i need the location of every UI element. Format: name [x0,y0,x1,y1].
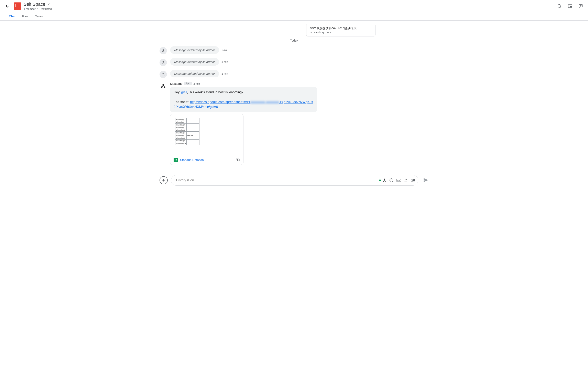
space-avatar [14,2,21,10]
avatar[interactable] [159,59,167,66]
add-button[interactable] [159,176,168,184]
tab-chat[interactable]: Chat [9,12,15,20]
webhook-avatar[interactable] [159,83,167,90]
format-icon [382,178,387,182]
person-icon [161,61,165,65]
space-info: Self Space 1 member • Restricted [24,2,553,10]
link-preview-title: SSO单点登录和OAuth2.0区别很大 [310,26,372,30]
search-icon [557,4,562,8]
emoji-icon [389,178,393,182]
deleted-message: Message deleted by its author [170,70,219,77]
copy-button[interactable] [236,157,240,162]
attachment-name[interactable]: Standup Rotation [180,158,234,162]
gif-icon: GIF [396,179,401,182]
svg-point-0 [558,4,561,7]
avatar[interactable] [159,71,167,78]
svg-rect-11 [238,159,239,161]
messages-area: SSO单点登录和OAuth2.0区别很大 mp.weixin.qq.com To… [151,21,437,172]
video-icon [411,178,415,182]
message-time: 2 min [221,72,228,75]
svg-rect-2 [570,6,571,7]
chat-button[interactable] [577,2,585,10]
separator: • [37,7,38,10]
send-icon [423,177,429,183]
attachment-card[interactable]: xiaoming1xiaoming2xiaoming3xiaoming4xiao… [170,114,243,165]
date-divider: Today [159,39,429,42]
svg-point-6 [163,61,164,62]
svg-point-7 [163,73,164,74]
mention-all[interactable]: @all [180,91,187,94]
video-button[interactable] [411,178,415,182]
pip-icon [568,4,572,8]
message-time: 2 min [193,82,200,85]
arrow-left-icon [5,4,10,9]
webhook-icon [160,83,166,89]
space-title[interactable]: Self Space [24,2,45,7]
app-message-row: Message App 2 min Hey @all,This week's s… [159,82,429,165]
sender-name[interactable]: Message [170,82,183,85]
svg-point-10 [163,84,164,85]
plus-icon [162,178,166,182]
person-icon [161,72,165,76]
chat-icon [578,4,583,8]
svg-point-9 [164,87,165,88]
app-badge: App [184,82,192,85]
avatar[interactable] [159,47,167,54]
message-time: 3 min [221,60,228,63]
message-row: Message deleted by its author 2 min [159,70,429,78]
tab-files[interactable]: Files [22,12,29,20]
header: Self Space 1 member • Restricted [0,0,588,12]
message-text: Hey [174,91,180,94]
history-indicator [379,179,381,181]
svg-point-15 [392,180,392,180]
copy-icon [236,157,240,162]
search-button[interactable] [556,2,564,10]
sheets-icon [174,158,178,162]
gif-button[interactable]: GIF [396,179,401,182]
emoji-button[interactable] [389,178,393,182]
message-bubble[interactable]: Hey @all,This week's standup host is xia… [170,87,317,112]
sheet-link[interactable]: https://docs.google.com/spreadsheets/d/1… [174,100,313,109]
deleted-message: Message deleted by its author [170,58,219,66]
link-preview-domain: mp.weixin.qq.com [310,31,372,34]
send-button[interactable] [423,177,429,183]
attachment-preview: xiaoming1xiaoming2xiaoming3xiaoming4xiao… [170,114,243,155]
message-row: Message deleted by its author 3 min [159,58,429,66]
svg-point-13 [390,179,393,182]
link-preview-card[interactable]: SSO单点登录和OAuth2.0区别很大 mp.weixin.qq.com [306,24,376,36]
picture-in-picture-button[interactable] [566,2,574,10]
upload-icon [404,178,408,182]
chevron-down-icon[interactable] [47,2,51,7]
tab-tasks[interactable]: Tasks [35,12,42,20]
message-row: Message deleted by its author Now [159,46,429,54]
svg-point-14 [391,180,391,180]
visibility-label[interactable]: Restricted [40,7,52,10]
composer-area: GIF [151,172,437,190]
sheet-label: The sheet: [174,100,190,104]
message-composer: GIF [171,175,418,186]
svg-point-5 [163,50,164,51]
person-icon [161,49,165,53]
preview-table: xiaoming1xiaoming2xiaoming3xiaoming4xiao… [175,118,200,145]
deleted-message: Message deleted by its author [170,46,219,54]
message-time: Now [221,49,227,52]
message-input[interactable] [174,177,378,184]
tabs: Chat Files Tasks [0,12,588,21]
member-count[interactable]: 1 member [24,7,36,10]
svg-point-8 [161,87,162,88]
message-text: ,This week's standup host is xiaoming7, [187,91,244,94]
format-button[interactable] [382,178,387,182]
back-button[interactable] [3,2,11,10]
upload-button[interactable] [404,178,408,182]
